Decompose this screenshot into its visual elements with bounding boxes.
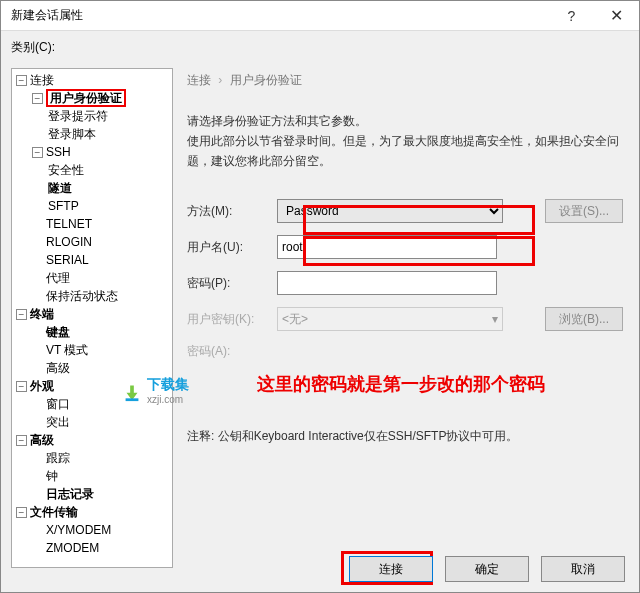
tree-log[interactable]: 日志记录	[12, 485, 172, 503]
tree-ssh[interactable]: −SSH	[12, 143, 172, 161]
annotation-red: 这里的密码就是第一步改的那个密码	[257, 372, 623, 396]
tree-rlogin[interactable]: RLOGIN	[12, 233, 172, 251]
breadcrumb-a[interactable]: 连接	[187, 73, 211, 87]
tree-tunnel[interactable]: 隧道	[12, 179, 172, 197]
tree-keepalive[interactable]: 保持活动状态	[12, 287, 172, 305]
tree-telnet[interactable]: TELNET	[12, 215, 172, 233]
collapse-icon[interactable]: −	[16, 381, 27, 392]
username-label: 用户名(U):	[187, 239, 277, 256]
userkey-label: 用户密钥(K):	[187, 311, 277, 328]
description: 请选择身份验证方法和其它参数。 使用此部分以节省登录时间。但是，为了最大限度地提…	[187, 111, 623, 171]
collapse-icon[interactable]: −	[16, 309, 27, 320]
tree-highlight[interactable]: 突出	[12, 413, 172, 431]
close-button[interactable]: ✕	[594, 1, 639, 31]
username-input[interactable]	[277, 235, 497, 259]
collapse-icon[interactable]: −	[16, 435, 27, 446]
tree-adv1[interactable]: 高级	[12, 359, 172, 377]
password-input[interactable]	[277, 271, 497, 295]
dialog-footer: 连接 确定 取消	[349, 556, 625, 582]
tree-auth[interactable]: −用户身份验证	[12, 89, 172, 107]
userkey-select: <无>▾	[277, 307, 503, 331]
tree-keyboard[interactable]: 键盘	[12, 323, 172, 341]
breadcrumb: 连接 › 用户身份验证	[187, 68, 623, 99]
tree-login-prompt[interactable]: 登录提示符	[12, 107, 172, 125]
tree-security[interactable]: 安全性	[12, 161, 172, 179]
titlebar: 新建会话属性 ? ✕	[1, 1, 639, 31]
tree-zmodem[interactable]: ZMODEM	[12, 539, 172, 557]
tree-window[interactable]: 窗口	[12, 395, 172, 413]
tree-filetransfer[interactable]: −文件传输	[12, 503, 172, 521]
category-label: 类别(C):	[11, 39, 639, 56]
collapse-icon[interactable]: −	[32, 147, 43, 158]
category-tree[interactable]: −连接 −用户身份验证 登录提示符 登录脚本 −SSH 安全性 隧道 SFTP …	[11, 68, 173, 568]
setup-button[interactable]: 设置(S)...	[545, 199, 623, 223]
tree-appearance[interactable]: −外观	[12, 377, 172, 395]
breadcrumb-b: 用户身份验证	[230, 73, 302, 87]
tree-terminal[interactable]: −终端	[12, 305, 172, 323]
tree-login-script[interactable]: 登录脚本	[12, 125, 172, 143]
method-select[interactable]: Password	[277, 199, 503, 223]
connect-button[interactable]: 连接	[349, 556, 433, 582]
tree-xymodem[interactable]: X/YMODEM	[12, 521, 172, 539]
tree-vt[interactable]: VT 模式	[12, 341, 172, 359]
password-label: 密码(P):	[187, 275, 277, 292]
browse-button: 浏览(B)...	[545, 307, 623, 331]
collapse-icon[interactable]: −	[16, 507, 27, 518]
note-text: 注释: 公钥和Keyboard Interactive仅在SSH/SFTP协议中…	[187, 428, 623, 445]
tree-sftp[interactable]: SFTP	[12, 197, 172, 215]
tree-proxy[interactable]: 代理	[12, 269, 172, 287]
tree-advanced[interactable]: −高级	[12, 431, 172, 449]
help-button[interactable]: ?	[549, 1, 594, 31]
tree-trace[interactable]: 跟踪	[12, 449, 172, 467]
chevron-down-icon: ▾	[492, 312, 498, 326]
window-title: 新建会话属性	[11, 7, 549, 24]
content-panel: 连接 › 用户身份验证 请选择身份验证方法和其它参数。 使用此部分以节省登录时间…	[181, 68, 629, 575]
ok-button[interactable]: 确定	[445, 556, 529, 582]
chevron-right-icon: ›	[218, 73, 222, 87]
passphrase-label: 密码(A):	[187, 343, 277, 360]
tree-serial[interactable]: SERIAL	[12, 251, 172, 269]
method-label: 方法(M):	[187, 203, 277, 220]
tree-connection[interactable]: −连接	[12, 71, 172, 89]
collapse-icon[interactable]: −	[32, 93, 43, 104]
cancel-button[interactable]: 取消	[541, 556, 625, 582]
dialog-window: 新建会话属性 ? ✕ 类别(C): −连接 −用户身份验证 登录提示符 登录脚本…	[0, 0, 640, 593]
collapse-icon[interactable]: −	[16, 75, 27, 86]
tree-bell[interactable]: 钟	[12, 467, 172, 485]
